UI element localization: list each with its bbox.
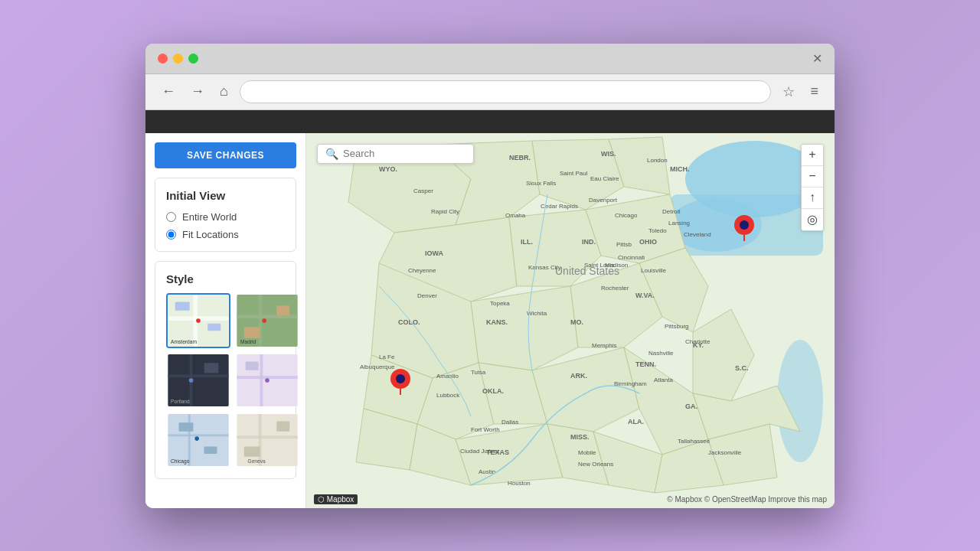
map-search-input[interactable]	[343, 148, 466, 159]
app-toolbar	[145, 110, 835, 133]
menu-button[interactable]: ≡	[806, 82, 822, 101]
close-traffic-light[interactable]	[158, 54, 168, 64]
compass-button[interactable]: ↑	[802, 187, 823, 209]
nav-bar: ← → ⌂ ☆ ≡	[145, 74, 835, 110]
map-pin-1[interactable]	[390, 369, 410, 398]
minimize-traffic-light[interactable]	[173, 54, 183, 64]
svg-text:OKLA.: OKLA.	[482, 387, 504, 395]
svg-text:IOWA: IOWA	[425, 249, 443, 257]
svg-rect-29	[204, 446, 217, 453]
svg-text:Dallas: Dallas	[501, 419, 518, 425]
maximize-traffic-light[interactable]	[188, 54, 198, 64]
svg-text:Mobile: Mobile	[578, 449, 596, 456]
svg-text:Tallahassee: Tallahassee	[678, 438, 710, 445]
svg-text:OHIO: OHIO	[639, 238, 657, 246]
svg-text:Albuquerque: Albuquerque	[360, 364, 395, 370]
style-light-thumb[interactable]	[235, 353, 299, 408]
svg-text:W.VA.: W.VA.	[635, 292, 655, 299]
locate-button[interactable]: ◎	[802, 209, 823, 230]
svg-text:GA.: GA.	[685, 403, 697, 410]
style-grid: Amsterdam Madrid	[166, 293, 285, 468]
home-button[interactable]: ⌂	[216, 82, 232, 101]
svg-text:NEBR.: NEBR.	[509, 154, 531, 161]
svg-text:Toledo: Toledo	[648, 227, 667, 234]
svg-rect-35	[244, 446, 260, 456]
svg-text:New Orleans: New Orleans	[578, 461, 613, 468]
entire-world-option[interactable]: Entire World	[166, 211, 285, 223]
svg-rect-11	[244, 327, 260, 337]
map-area: WYO. NEBR. WIS. MICH. IOWA ILL. IND. OHI…	[306, 133, 835, 508]
svg-text:Fort Worth: Fort Worth	[471, 426, 500, 433]
initial-view-options: Entire World Fit Locations	[166, 211, 285, 240]
map-controls: + − ↑ ◎	[801, 144, 824, 231]
save-changes-button[interactable]: SAVE CHANGES	[155, 142, 296, 168]
close-button[interactable]: ✕	[812, 51, 822, 66]
initial-view-title: Initial View	[166, 189, 285, 202]
zoom-out-button[interactable]: −	[802, 166, 823, 187]
forward-button[interactable]: →	[187, 82, 208, 101]
svg-rect-17	[204, 363, 219, 373]
svg-text:United States: United States	[555, 265, 619, 277]
url-bar[interactable]	[240, 80, 772, 103]
svg-rect-22	[260, 354, 263, 406]
svg-text:Houston: Houston	[508, 480, 531, 487]
entire-world-radio[interactable]	[166, 212, 176, 222]
style-street-thumb[interactable]: Amsterdam	[166, 293, 230, 348]
svg-text:Portland: Portland	[171, 399, 190, 404]
bookmark-button[interactable]: ☆	[779, 82, 799, 102]
svg-point-114	[740, 220, 749, 230]
svg-point-5	[196, 318, 201, 323]
title-bar: ✕	[145, 44, 835, 74]
svg-text:Louisville: Louisville	[641, 267, 666, 274]
svg-text:Geneva: Geneva	[248, 458, 266, 464]
svg-text:Nashville: Nashville	[648, 350, 674, 357]
svg-text:Eau Claire: Eau Claire	[590, 175, 619, 182]
svg-rect-23	[246, 361, 259, 370]
svg-point-30	[194, 436, 199, 441]
svg-text:Chicago: Chicago	[171, 458, 190, 465]
svg-rect-26	[168, 434, 228, 436]
svg-text:Pittsb: Pittsb	[616, 241, 632, 248]
svg-text:Jacksonville: Jacksonville	[708, 449, 742, 456]
svg-text:Detroit: Detroit	[662, 208, 681, 215]
svg-rect-33	[237, 435, 297, 439]
svg-text:Davenport: Davenport	[589, 197, 618, 204]
map-pin-2[interactable]	[734, 215, 754, 244]
back-button[interactable]: ←	[158, 82, 179, 101]
svg-text:WIS.: WIS.	[601, 150, 616, 158]
osm-credit: © Mapbox © OpenStreetMap Improve this ma…	[667, 495, 827, 504]
style-satellite-thumb[interactable]: Madrid	[235, 293, 299, 348]
svg-text:Cincinnati: Cincinnati	[618, 254, 645, 261]
entire-world-label: Entire World	[182, 211, 237, 223]
svg-text:Charlotte: Charlotte	[685, 338, 710, 345]
svg-text:KANS.: KANS.	[486, 318, 508, 326]
svg-text:Omaha: Omaha	[505, 212, 526, 219]
svg-text:ILL.: ILL.	[521, 238, 533, 246]
svg-text:TENN.: TENN.	[635, 360, 656, 368]
style-blueprint-thumb[interactable]: Chicago	[166, 412, 230, 468]
svg-text:Wichita: Wichita	[527, 310, 547, 317]
svg-rect-9	[259, 295, 263, 347]
svg-rect-15	[168, 374, 228, 377]
svg-text:Ciudad Juárez: Ciudad Juárez	[460, 448, 500, 455]
svg-text:MISS.: MISS.	[570, 433, 590, 441]
fit-locations-option[interactable]: Fit Locations	[166, 229, 285, 240]
svg-text:London: London	[647, 157, 668, 164]
svg-point-112	[396, 374, 405, 383]
svg-point-12	[262, 318, 266, 323]
svg-text:WYO.: WYO.	[379, 165, 397, 173]
zoom-in-button[interactable]: +	[802, 145, 823, 166]
svg-text:Sioux Falls: Sioux Falls	[526, 180, 556, 187]
svg-rect-4	[207, 323, 220, 330]
svg-text:Topeka: Topeka	[490, 300, 510, 307]
svg-text:Cleveland: Cleveland	[684, 231, 711, 238]
svg-rect-3	[175, 302, 190, 310]
svg-text:Saint Paul: Saint Paul	[560, 170, 588, 177]
style-dark-thumb[interactable]: Portland	[166, 353, 230, 408]
style-terrain-thumb[interactable]: Geneva	[235, 412, 299, 468]
content-area: SAVE CHANGES Initial View Entire World F…	[145, 133, 835, 508]
svg-point-24	[265, 378, 270, 383]
svg-text:Lansing: Lansing	[668, 220, 690, 227]
fit-locations-radio[interactable]	[166, 230, 176, 240]
svg-text:S.C.: S.C.	[735, 364, 749, 372]
